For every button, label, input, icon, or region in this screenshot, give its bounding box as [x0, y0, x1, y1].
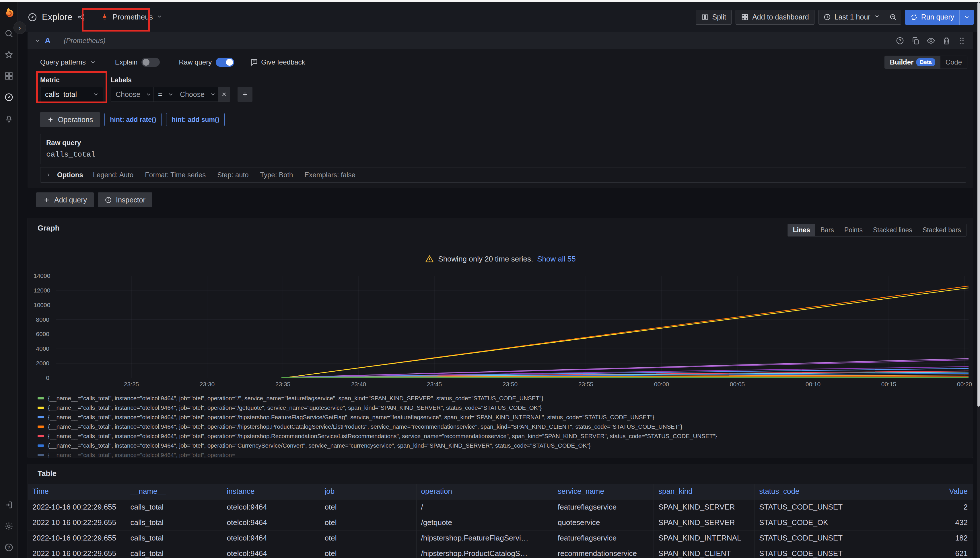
collapse-chevron-icon[interactable] — [35, 38, 41, 44]
grafana-explore-page: ? › Explore Prometheus Split Add to dash… — [0, 0, 980, 558]
column-header-time[interactable]: Time — [28, 484, 126, 499]
add-label-filter-button[interactable] — [238, 87, 252, 102]
chevron-down-icon — [93, 91, 99, 97]
query-hint-chip-0[interactable]: hint: add rate() — [104, 113, 161, 126]
drag-handle-icon[interactable] — [958, 36, 966, 45]
page-scrollbar[interactable] — [977, 2, 980, 558]
graph-mode-stacked-lines[interactable]: Stacked lines — [868, 224, 918, 236]
legend-item-2[interactable]: {__name__="calls_total", instance="otelc… — [38, 412, 969, 422]
toolbar-left: Explore Prometheus — [28, 10, 167, 25]
label-key-select[interactable]: Choose — [111, 87, 153, 102]
duplicate-query-icon[interactable] — [911, 36, 920, 45]
raw-query-toggle[interactable] — [216, 57, 234, 67]
x-tick-label: 23:25 — [118, 381, 144, 388]
table-title: Table — [28, 464, 973, 478]
explain-toggle[interactable] — [141, 57, 160, 67]
label-operator-select[interactable]: = — [153, 87, 175, 102]
table-row-1: 2022-10-16 00:22:29.655calls_totalotelco… — [28, 515, 973, 530]
column-header-operation[interactable]: operation — [416, 484, 553, 499]
explore-icon[interactable] — [0, 87, 18, 108]
datasource-picker[interactable]: Prometheus — [96, 10, 167, 25]
dashboards-icon[interactable] — [0, 66, 18, 87]
column-header-instance[interactable]: instance — [222, 484, 320, 499]
inspector-button[interactable]: Inspector — [98, 192, 152, 207]
label-value-placeholder: Choose — [180, 90, 204, 98]
legend-item-5[interactable]: {__name__="calls_total", instance="otelc… — [38, 441, 969, 450]
add-to-dashboard-button[interactable]: Add to dashboard — [735, 10, 814, 25]
split-label: Split — [712, 13, 727, 21]
query-help-icon[interactable]: ? — [896, 36, 904, 45]
query-row-header[interactable]: A (Prometheus) ? — [28, 32, 973, 49]
run-query-caret-button[interactable] — [959, 10, 974, 25]
column-header-value[interactable]: Value — [855, 484, 973, 499]
column-header-job[interactable]: job — [320, 484, 416, 499]
starred-icon[interactable] — [0, 44, 18, 66]
legend-swatch[interactable] — [38, 435, 44, 437]
settings-gear-icon[interactable] — [0, 515, 18, 537]
legend-item-3[interactable]: {__name__="calls_total", instance="otelc… — [38, 422, 969, 431]
table-cell: 2022-10-16 00:22:29.655 — [28, 515, 126, 530]
chevron-right-icon — [46, 172, 51, 178]
metric-value: calls_total — [45, 90, 77, 98]
graph-mode-bars[interactable]: Bars — [816, 224, 839, 236]
graph-mode-stacked-bars[interactable]: Stacked bars — [918, 224, 966, 236]
operations-button[interactable]: Operations — [40, 112, 100, 127]
help-icon[interactable]: ? — [0, 537, 18, 558]
legend-swatch[interactable] — [38, 416, 44, 419]
add-to-dashboard-label: Add to dashboard — [752, 13, 809, 21]
graph-title: Graph — [38, 224, 60, 233]
table-cell: SPAN_KIND_CLIENT — [654, 546, 755, 558]
hide-query-eye-icon[interactable] — [927, 36, 935, 45]
legend-item-1[interactable]: {__name__="calls_total", instance="otelc… — [38, 403, 969, 412]
graph-mode-lines[interactable]: Lines — [788, 224, 816, 236]
legend-swatch[interactable] — [38, 397, 44, 399]
time-series-chart[interactable]: 02000400060008000100001200014000 23:2523… — [34, 271, 969, 397]
code-mode-button[interactable]: Code — [941, 56, 967, 69]
run-query-button[interactable]: Run query — [905, 10, 959, 25]
query-hint-chip-1[interactable]: hint: add sum() — [166, 113, 225, 126]
column-header-spankind[interactable]: span_kind — [654, 484, 755, 499]
remove-label-filter-button[interactable] — [218, 87, 230, 102]
legend-swatch[interactable] — [38, 445, 44, 447]
graph-mode-points[interactable]: Points — [839, 224, 868, 236]
raw-query-expression: calls_total — [46, 150, 960, 159]
builder-mode-button[interactable]: Builder Beta — [885, 56, 941, 69]
delete-query-trash-icon[interactable] — [942, 36, 951, 45]
column-header-name[interactable]: __name__ — [126, 484, 222, 499]
raw-query-label: Raw query — [179, 58, 212, 66]
graph-panel: Graph LinesBarsPointsStacked linesStacke… — [28, 218, 973, 458]
labels-field-label: Labels — [111, 76, 252, 84]
split-button[interactable]: Split — [696, 10, 732, 25]
column-header-statuscode[interactable]: status_code — [755, 484, 855, 499]
share-icon[interactable] — [77, 13, 85, 21]
table-row-3: 2022-10-16 00:22:29.655calls_totalotelco… — [28, 546, 973, 558]
alerting-icon[interactable] — [0, 108, 18, 129]
legend-item-4[interactable]: {__name__="calls_total", instance="otelc… — [38, 431, 969, 441]
time-range-button[interactable]: Last 1 hour — [819, 10, 885, 25]
give-feedback-button[interactable]: Give feedback — [250, 58, 305, 66]
query-ref-id[interactable]: A — [45, 36, 51, 45]
table-cell: SPAN_KIND_SERVER — [654, 499, 755, 515]
legend-swatch[interactable] — [38, 407, 44, 409]
scrollbar-thumb[interactable] — [977, 2, 980, 407]
zoom-out-button[interactable] — [885, 10, 901, 25]
legend-item-0[interactable]: {__name__="calls_total", instance="otelc… — [38, 394, 969, 403]
table-cell: otel — [320, 499, 416, 515]
query-patterns-button[interactable]: Query patterns — [40, 58, 96, 66]
sign-in-icon[interactable] — [0, 494, 18, 515]
add-query-button[interactable]: Add query — [36, 192, 94, 207]
chart-legend: {__name__="calls_total", instance="otelc… — [38, 394, 969, 458]
metric-select[interactable]: calls_total — [40, 87, 103, 102]
column-header-servicename[interactable]: service_name — [553, 484, 654, 499]
legend-swatch[interactable] — [38, 425, 44, 428]
y-tick-label: 8000 — [34, 317, 49, 323]
table-row-2: 2022-10-16 00:22:29.655calls_totalotelco… — [28, 530, 973, 546]
label-operator-value: = — [158, 90, 163, 98]
sidebar-expand-button[interactable]: › — [13, 21, 26, 34]
options-collapse[interactable]: Options Legend: AutoFormat: Time seriesS… — [40, 167, 966, 183]
show-all-series-link[interactable]: Show all 55 — [537, 254, 576, 264]
chart-plot-area[interactable] — [56, 276, 968, 378]
grafana-logo[interactable] — [0, 4, 18, 23]
table-cell: recommendationservice — [553, 546, 654, 558]
label-value-select[interactable]: Choose — [175, 87, 218, 102]
